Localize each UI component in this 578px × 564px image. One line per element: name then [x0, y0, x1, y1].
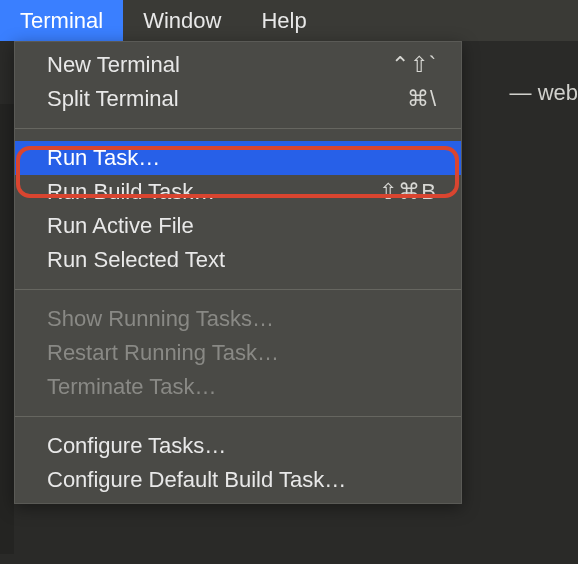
menu-item-label: Terminate Task… — [47, 374, 217, 400]
menu-item-new-terminal[interactable]: New Terminal ⌃⇧` — [15, 48, 461, 82]
menu-window[interactable]: Window — [123, 0, 241, 41]
menu-item-label: Split Terminal — [47, 86, 179, 112]
menu-terminal[interactable]: Terminal — [0, 0, 123, 41]
menu-divider — [15, 416, 461, 417]
menu-item-run-active-file[interactable]: Run Active File — [15, 209, 461, 243]
menu-item-restart-running-task: Restart Running Task… — [15, 336, 461, 370]
menubar: Terminal Window Help — [0, 0, 578, 41]
menu-divider — [15, 289, 461, 290]
menu-item-configure-tasks[interactable]: Configure Tasks… — [15, 429, 461, 463]
menu-item-label: Configure Tasks… — [47, 433, 226, 459]
menu-help[interactable]: Help — [241, 0, 326, 41]
menu-item-label: New Terminal — [47, 52, 180, 78]
menu-item-label: Configure Default Build Task… — [47, 467, 346, 493]
menu-item-run-selected-text[interactable]: Run Selected Text — [15, 243, 461, 277]
menu-item-shortcut: ⇧⌘B — [379, 179, 437, 205]
menu-item-configure-default-build-task[interactable]: Configure Default Build Task… — [15, 463, 461, 497]
menu-item-shortcut: ⌘\ — [407, 86, 437, 112]
menu-item-split-terminal[interactable]: Split Terminal ⌘\ — [15, 82, 461, 116]
editor-gutter — [0, 104, 14, 554]
terminal-dropdown: New Terminal ⌃⇧` Split Terminal ⌘\ Run T… — [14, 41, 462, 504]
menu-item-label: Run Selected Text — [47, 247, 225, 273]
menu-item-run-task[interactable]: Run Task… — [15, 141, 461, 175]
menu-item-show-running-tasks: Show Running Tasks… — [15, 302, 461, 336]
menu-item-label: Run Build Task… — [47, 179, 215, 205]
menu-item-label: Restart Running Task… — [47, 340, 279, 366]
menu-divider — [15, 128, 461, 129]
menu-item-label: Show Running Tasks… — [47, 306, 274, 332]
menu-item-label: Run Active File — [47, 213, 194, 239]
menu-item-terminate-task: Terminate Task… — [15, 370, 461, 404]
menu-item-shortcut: ⌃⇧` — [391, 52, 437, 78]
menu-item-run-build-task[interactable]: Run Build Task… ⇧⌘B — [15, 175, 461, 209]
menu-item-label: Run Task… — [47, 145, 160, 171]
background-tab-fragment: — web — [510, 80, 578, 106]
